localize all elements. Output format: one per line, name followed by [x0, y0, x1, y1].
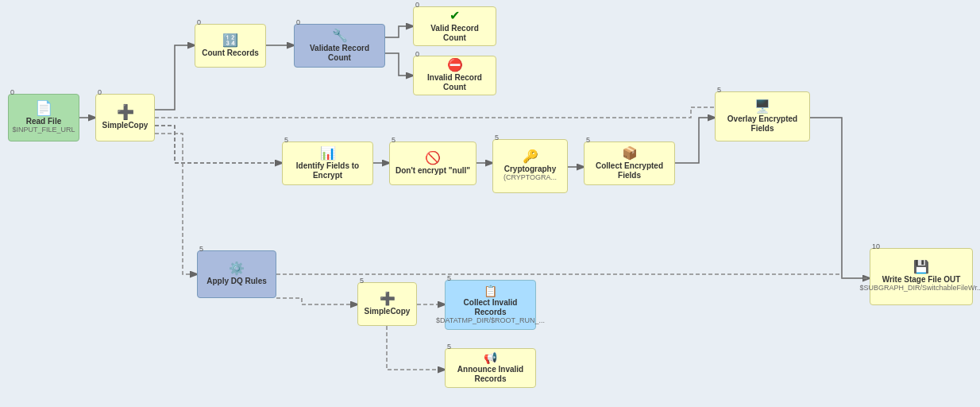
validate-record-count-label: Validate Record Count	[299, 44, 380, 63]
write-stage-file-node[interactable]: 10 💾 Write Stage File OUT $SUBGRAPH_DIR/…	[870, 248, 973, 305]
overlay-encrypted-node[interactable]: 5 🖥️ Overlay Encrypted Fields	[715, 91, 810, 141]
validate-record-count-icon: 🔧	[332, 29, 348, 42]
announce-invalid-node[interactable]: 5 📢 Announce Invalid Records	[445, 348, 536, 388]
overlay-encrypted-label: Overlay Encrypted Fields	[720, 114, 804, 134]
invalid-record-count-icon: ⛔	[447, 59, 463, 72]
validate-record-count-node[interactable]: 0 🔧 Validate Record Count	[294, 24, 385, 68]
cryptography-sublabel: (CRYPTOGRA...	[504, 174, 557, 182]
collect-encrypted-icon: 📦	[622, 147, 638, 160]
simple-copy-2-label: SimpleCopy	[365, 307, 411, 316]
collect-invalid-label: Collect Invalid Records	[450, 298, 531, 317]
overlay-encrypted-count: 5	[717, 86, 721, 94]
invalid-record-count-node[interactable]: 0 ⛔ Invalid Record Count	[413, 56, 496, 95]
workflow-canvas: 0 📄 Read File $INPUT_FILE_URL 0 ➕ Simple…	[0, 0, 980, 407]
dont-encrypt-null-node[interactable]: 5 🚫 Don't encrypt "null"	[389, 141, 476, 185]
cryptography-node[interactable]: 5 🔑 Cryptography (CRYPTOGRA...	[492, 139, 568, 193]
identify-fields-icon: 📊	[320, 147, 336, 160]
valid-record-count-node[interactable]: 0 ✔ Valid Record Count	[413, 6, 496, 46]
simple-copy-2-node[interactable]: 5 ➕ SimpleCopy	[357, 282, 417, 326]
simple-copy-1-label: SimpleCopy	[102, 121, 149, 130]
collect-invalid-sublabel: $DATATMP_DIR/$ROOT_RUN_...	[436, 317, 545, 325]
apply-dq-rules-count: 5	[199, 245, 203, 253]
validate-record-count-count: 0	[296, 18, 300, 26]
announce-invalid-label: Announce Invalid Records	[450, 365, 531, 384]
announce-invalid-icon: 📢	[484, 352, 497, 363]
dont-encrypt-null-label: Don't encrypt "null"	[395, 166, 470, 176]
write-stage-file-sublabel: $SUBGRAPH_DIR/SwitchableFileWr...	[860, 285, 980, 293]
identify-fields-node[interactable]: 5 📊 Identify Fields to Encrypt	[282, 141, 373, 185]
simple-copy-1-count: 0	[98, 88, 102, 96]
count-records-count: 0	[197, 18, 201, 26]
collect-invalid-count: 5	[447, 274, 451, 282]
collect-encrypted-count: 5	[586, 136, 590, 144]
collect-invalid-node[interactable]: 5 📋 Collect Invalid Records $DATATMP_DIR…	[445, 280, 536, 330]
valid-record-count-count: 0	[415, 1, 419, 9]
count-records-node[interactable]: 0 🔢 Count Records	[195, 24, 266, 68]
simple-copy-1-icon: ➕	[117, 105, 134, 119]
count-records-label: Count Records	[202, 48, 259, 58]
simple-copy-1-node[interactable]: 0 ➕ SimpleCopy	[95, 94, 155, 141]
simple-copy-2-icon: ➕	[380, 293, 395, 305]
collect-encrypted-label: Collect Encrypted Fields	[589, 161, 669, 180]
identify-fields-label: Identify Fields to Encrypt	[287, 161, 368, 180]
cryptography-icon: 🔑	[523, 150, 538, 163]
read-file-count: 0	[10, 88, 14, 96]
dont-encrypt-null-icon: 🚫	[425, 152, 441, 165]
dont-encrypt-null-count: 5	[392, 136, 395, 144]
collect-encrypted-node[interactable]: 5 📦 Collect Encrypted Fields	[584, 141, 675, 185]
read-file-node[interactable]: 0 📄 Read File $INPUT_FILE_URL	[8, 94, 79, 141]
announce-invalid-count: 5	[447, 343, 451, 351]
invalid-record-count-count: 0	[415, 50, 419, 58]
invalid-record-count-label: Invalid Record Count	[419, 73, 491, 92]
cryptography-count: 5	[495, 134, 499, 141]
valid-record-count-icon: ✔	[449, 10, 460, 22]
count-records-icon: 🔢	[222, 34, 238, 47]
read-file-sublabel: $INPUT_FILE_URL	[12, 126, 75, 134]
apply-dq-rules-label: Apply DQ Rules	[206, 277, 267, 286]
write-stage-file-count: 10	[872, 242, 880, 250]
overlay-encrypted-icon: 🖥️	[754, 100, 770, 113]
apply-dq-rules-node[interactable]: 5 ⚙️ Apply DQ Rules	[197, 250, 276, 298]
collect-invalid-icon: 📋	[484, 285, 497, 297]
apply-dq-rules-icon: ⚙️	[229, 262, 245, 275]
identify-fields-count: 5	[284, 136, 288, 144]
valid-record-count-label: Valid Record Count	[419, 24, 491, 43]
simple-copy-2-count: 5	[360, 277, 364, 285]
read-file-icon: 📄	[35, 101, 52, 115]
write-stage-file-icon: 💾	[913, 261, 929, 273]
